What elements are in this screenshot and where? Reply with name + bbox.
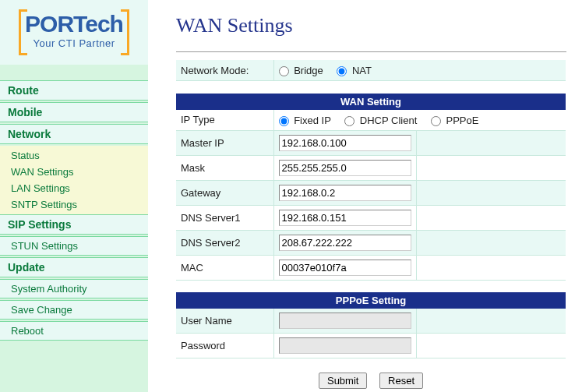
gateway-input[interactable] [279, 185, 411, 201]
mask-input[interactable] [279, 160, 411, 176]
settings-form: Network Mode: Bridge NAT WAN Setting [176, 60, 566, 358]
dns1-label: DNS Server1 [176, 205, 273, 230]
ip-type-pppoe-option[interactable]: PPPoE [431, 115, 479, 126]
submit-button[interactable]: Submit [319, 373, 367, 389]
logo: PORTech Your CTI Partner [0, 0, 148, 65]
dns2-input[interactable] [279, 235, 411, 251]
radio-dhcp-label: DHCP Client [360, 115, 417, 126]
network-mode-bridge-option[interactable]: Bridge [279, 65, 326, 76]
brand-tagline: Your CTI Partner [25, 37, 123, 49]
radio-bridge-label: Bridge [294, 65, 323, 76]
master-ip-input[interactable] [279, 135, 411, 151]
pppoe-pass-input[interactable] [279, 337, 411, 354]
ip-type-dhcp-option[interactable]: DHCP Client [344, 115, 420, 126]
reset-button[interactable]: Reset [379, 373, 423, 389]
nav-sub-wan[interactable]: WAN Settings [0, 164, 148, 180]
radio-nat[interactable] [337, 66, 347, 76]
main-content: WAN Settings Network Mode: Bridge NAT [148, 0, 582, 392]
radio-dhcp[interactable] [344, 116, 354, 126]
radio-fixed-ip[interactable] [279, 116, 289, 126]
ip-type-fixed-option[interactable]: Fixed IP [279, 115, 334, 126]
master-ip-label: Master IP [176, 130, 273, 155]
nav-sip[interactable]: SIP Settings [0, 214, 148, 235]
pppoe-pass-label: Password [176, 334, 273, 358]
dns2-label: DNS Server2 [176, 230, 273, 255]
network-mode-nat-option[interactable]: NAT [337, 65, 372, 76]
nav-sub-lan[interactable]: LAN Settings [0, 180, 148, 196]
gateway-label: Gateway [176, 180, 273, 205]
mac-input[interactable] [279, 260, 411, 276]
pppoe-user-input[interactable] [279, 313, 411, 329]
nav-save-change[interactable]: Save Change [0, 300, 148, 320]
nav-mobile[interactable]: Mobile [0, 102, 148, 122]
pppoe-user-label: User Name [176, 309, 273, 334]
nav-sys-authority[interactable]: System Authority [0, 279, 148, 298]
nav-sub-status[interactable]: Status [0, 147, 148, 164]
button-row: Submit Reset [176, 373, 566, 389]
ip-type-label: IP Type [176, 110, 273, 131]
nav-network[interactable]: Network [0, 124, 148, 144]
radio-nat-label: NAT [352, 65, 372, 76]
mac-label: MAC [176, 255, 273, 280]
dns1-input[interactable] [279, 210, 411, 226]
radio-bridge[interactable] [279, 66, 289, 76]
radio-fixed-ip-label: Fixed IP [294, 115, 330, 126]
nav-reboot[interactable]: Reboot [0, 321, 148, 341]
nav-sub-sntp[interactable]: SNTP Settings [0, 196, 148, 213]
nav-stun[interactable]: STUN Settings [0, 236, 148, 256]
nav-network-submenu: Status WAN Settings LAN Settings SNTP Se… [0, 146, 148, 214]
nav-update[interactable]: Update [0, 257, 148, 277]
brand-name: PORTech [25, 11, 123, 37]
pppoe-section-header: PPPoE Setting [176, 292, 566, 309]
radio-pppoe-label: PPPoE [446, 115, 479, 126]
divider [176, 51, 566, 52]
nav-route[interactable]: Route [0, 80, 148, 101]
network-mode-label: Network Mode: [176, 60, 273, 81]
mask-label: Mask [176, 155, 273, 180]
sidebar: PORTech Your CTI Partner Route Mobile Ne… [0, 0, 148, 392]
wan-section-header: WAN Setting [176, 94, 566, 110]
page-title: WAN Settings [176, 14, 566, 37]
radio-pppoe[interactable] [431, 116, 441, 126]
